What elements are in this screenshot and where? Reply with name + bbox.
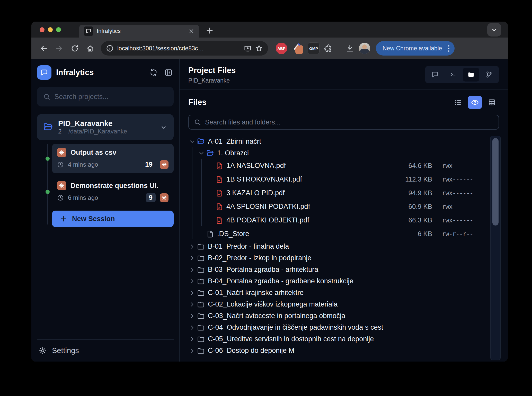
tree-row[interactable]: B-02_Predor - izkop in podpiranje [189, 252, 486, 264]
folder-icon[interactable] [463, 68, 479, 82]
collapse-sidebar-icon[interactable] [163, 67, 174, 78]
session-item[interactable]: Output as csv 4 mins ago 19 [52, 144, 174, 173]
session-starburst-icon [57, 148, 66, 157]
minimize-window-button[interactable] [48, 27, 53, 32]
folder-icon [197, 254, 208, 262]
chevron-right-icon[interactable] [189, 324, 197, 331]
tree-row[interactable]: C-02_Lokacije viškov izkopnega materiala [189, 299, 486, 310]
tree-row[interactable]: .DS_Store6 KBrw-r--r-- [189, 227, 486, 241]
desktop: { "browser": { "tab": {"title": "Infraly… [0, 0, 532, 396]
chevron-down-icon[interactable] [189, 138, 197, 145]
chevron-right-icon[interactable] [189, 255, 197, 262]
home-icon[interactable] [83, 42, 97, 55]
settings-label: Settings [52, 346, 79, 355]
new-tab-button[interactable] [205, 26, 214, 35]
file-tree: A-01_Zbirni načrt1. Obrazci1A NASLOVNA.p… [189, 136, 486, 356]
app-name: Infralytics [56, 68, 144, 77]
chevron-right-icon[interactable] [189, 266, 197, 273]
eye-view-icon[interactable] [468, 96, 482, 109]
refresh-icon[interactable] [148, 67, 159, 78]
chrome-update-button[interactable]: New Chrome available [376, 41, 455, 56]
file-search-input[interactable] [205, 118, 493, 126]
tree-row[interactable]: A-01_Zbirni načrt [189, 136, 486, 147]
page-title: Project Files [188, 66, 236, 75]
chevron-right-icon[interactable] [189, 336, 197, 343]
tree-row[interactable]: C-04_Odvodnjavanje in čiščenje padavinsk… [189, 322, 486, 333]
project-card[interactable]: PID_Karavanke 2- /data/PID_Karavanke [37, 114, 174, 140]
file-name: C-04_Odvodnjavanje in čiščenje padavinsk… [208, 323, 394, 331]
tab-strip: Infralytics [31, 22, 508, 38]
site-info-icon[interactable] [106, 44, 114, 52]
chevron-right-icon[interactable] [189, 301, 197, 308]
session-title: Demonstrate questions UI. [70, 182, 169, 190]
tree-row[interactable]: 1A NASLOVNA.pdf64.6 KBrwx------ [189, 159, 486, 173]
chevron-right-icon[interactable] [189, 278, 197, 285]
pen-extension-icon[interactable] [292, 43, 303, 54]
chevron-right-icon[interactable] [189, 313, 197, 319]
profile-avatar[interactable] [359, 43, 370, 54]
session-status-dot [46, 190, 50, 194]
tree-row[interactable]: C-01_Načrt krajinske arhitektre [189, 287, 486, 299]
file-name: B-01_Predor - finalna dela [208, 242, 394, 250]
tree-row[interactable]: C-05_Ureditve servisnih in dostopnih ces… [189, 333, 486, 345]
install-app-icon[interactable] [244, 44, 252, 52]
chevron-down-icon[interactable] [198, 150, 206, 157]
tree-row[interactable]: B-03_Portalna zgradba - arhitektura [189, 264, 486, 275]
project-search[interactable] [37, 87, 174, 106]
file-name: C-05_Ureditve servisnih in dostopnih ces… [208, 335, 394, 343]
list-view-icon[interactable] [451, 96, 465, 109]
chevron-right-icon[interactable] [189, 243, 197, 250]
back-icon[interactable] [37, 42, 50, 55]
close-window-button[interactable] [40, 27, 45, 32]
window-controls [40, 27, 61, 32]
tree-row[interactable]: C-06_Dostop do deponije M [189, 345, 486, 356]
project-search-input[interactable] [54, 93, 167, 101]
file-permissions: rwx------ [432, 203, 486, 210]
adblock-extension-icon[interactable]: ABP [276, 43, 287, 54]
scrollbar-track[interactable] [490, 136, 501, 360]
chat-bubble-icon[interactable] [427, 68, 443, 82]
file-size: 66.3 KB [394, 216, 432, 224]
main-header: Project Files PID_Karavanke [180, 59, 508, 89]
session-tree-guide [47, 144, 48, 224]
url-text[interactable]: localhost:3001/session/cde83c… [117, 45, 240, 52]
tree-row[interactable]: 3 KAZALO PID.pdf94.9 KBrwx------ [189, 186, 486, 200]
browser-menu-icon[interactable] [446, 45, 451, 52]
bookmark-star-icon[interactable] [255, 44, 263, 52]
folder-icon [197, 312, 208, 320]
new-session-button[interactable]: New Session [52, 211, 174, 227]
file-search[interactable] [188, 115, 499, 130]
git-branch-icon[interactable] [481, 68, 497, 82]
session-item[interactable]: Demonstrate questions UI. 6 mins ago 9 [52, 177, 174, 206]
tree-row[interactable]: B-04_Portalna zgradba - gradbene konstru… [189, 275, 486, 287]
scrollbar-thumb[interactable] [492, 138, 499, 226]
browser-tab[interactable]: Infralytics [79, 25, 199, 38]
file-name: 1. Obrazci [217, 149, 394, 157]
table-view-icon[interactable] [485, 96, 499, 109]
reload-icon[interactable] [68, 42, 81, 55]
address-bar[interactable]: localhost:3001/session/cde83c… [101, 41, 268, 56]
tree-row[interactable]: 1. Obrazci [189, 147, 486, 159]
extensions-puzzle-icon[interactable] [324, 44, 333, 53]
browser-window: Infralytics localhost:3001 [31, 22, 508, 362]
folder-icon [197, 289, 208, 297]
chevron-right-icon[interactable] [189, 290, 197, 296]
chevron-down-icon[interactable] [160, 123, 167, 131]
file-size: 94.9 KB [394, 189, 432, 197]
downloads-icon[interactable] [345, 44, 354, 53]
tree-row[interactable]: 4B PODATKI OBJEKTI.pdf66.3 KBrwx------ [189, 213, 486, 227]
gmp-extension-icon[interactable]: GMP [308, 42, 320, 54]
tab-close-icon[interactable] [188, 28, 194, 34]
settings-button[interactable]: Settings [37, 339, 174, 356]
folder-open-icon [43, 122, 53, 132]
tab-search-chevron-icon[interactable] [487, 23, 501, 37]
terminal-icon[interactable] [445, 68, 461, 82]
tree-row[interactable]: 1B STROKOVNJAKI.pdf112.3 KBrwx------ [189, 173, 486, 186]
chevron-right-icon[interactable] [189, 347, 197, 354]
tree-row[interactable]: B-01_Predor - finalna dela [189, 241, 486, 252]
forward-icon[interactable] [52, 42, 66, 55]
fullscreen-window-button[interactable] [56, 27, 61, 32]
tree-row[interactable]: C-03_Načrt avtoceste in portalnega območ… [189, 310, 486, 322]
folder-open-icon [197, 138, 208, 146]
tree-row[interactable]: 4A SPLOŠNI PODATKI.pdf60.9 KBrwx------ [189, 200, 486, 213]
